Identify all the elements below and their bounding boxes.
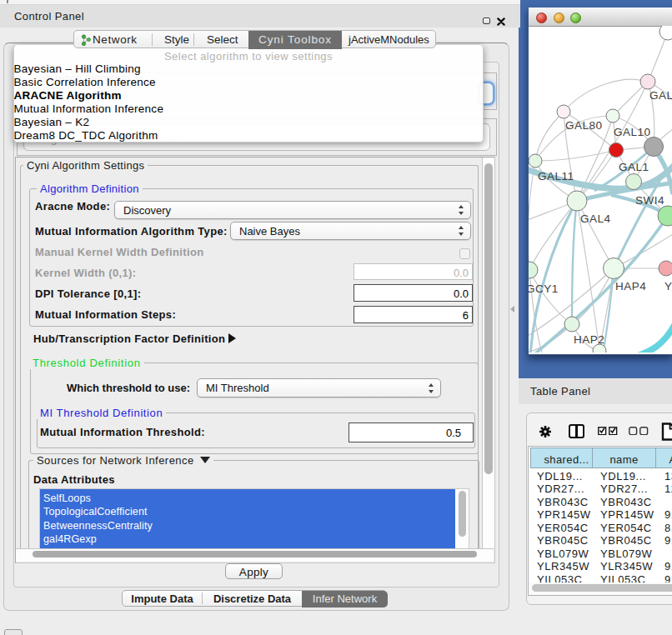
- svg-text:GAL80: GAL80: [565, 119, 603, 132]
- svg-text:Y: Y: [664, 280, 672, 292]
- svg-text:GAL7: GAL7: [649, 89, 672, 102]
- svg-text:SWI4: SWI4: [635, 194, 664, 207]
- svg-text:GAL11: GAL11: [538, 170, 574, 182]
- svg-text:GAL10: GAL10: [614, 126, 651, 138]
- svg-text:GCY1: GCY1: [529, 282, 558, 295]
- svg-text:GAL1: GAL1: [619, 161, 649, 173]
- svg-text:HAP4: HAP4: [615, 280, 646, 292]
- svg-text:HAP2: HAP2: [574, 333, 604, 346]
- svg-text:GAL4: GAL4: [580, 212, 611, 225]
